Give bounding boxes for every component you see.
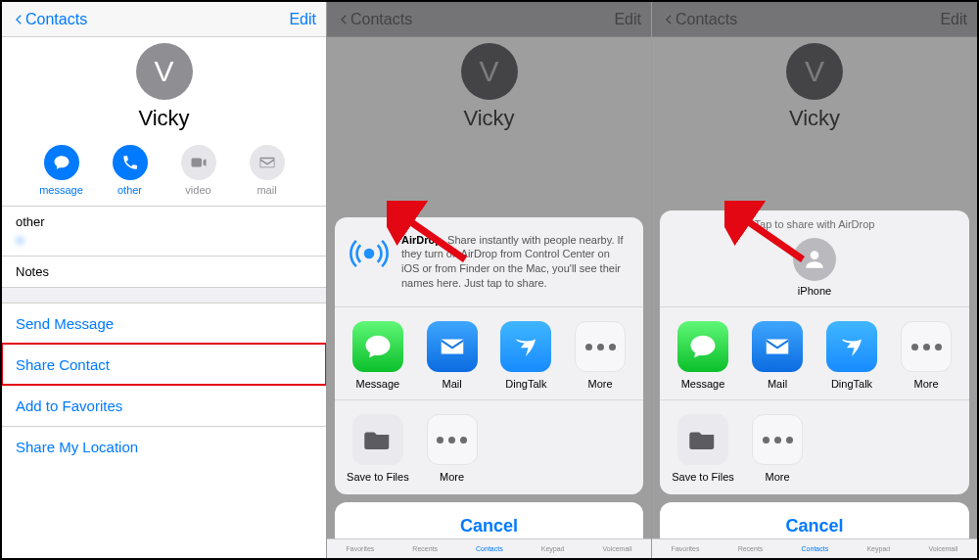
folder-icon — [352, 414, 403, 465]
panel-share-sheet-recipient: Contacts Edit V Vicky Tap to share with … — [652, 2, 977, 558]
message-icon — [352, 321, 403, 372]
action-label: video — [185, 184, 210, 196]
back-button[interactable]: Contacts — [12, 11, 87, 28]
share-sheet-card: AirDrop. Share instantly with people nea… — [335, 217, 643, 494]
share-action-save-files[interactable]: Save to Files — [672, 414, 734, 483]
share-app-more[interactable]: More — [569, 321, 631, 390]
back-label: Contacts — [25, 11, 87, 28]
share-contact-link[interactable]: Share Contact — [2, 344, 326, 385]
quick-action-row: message other video mail — [2, 145, 326, 206]
mail-action[interactable]: mail — [244, 145, 291, 196]
share-sheet: AirDrop. Share instantly with people nea… — [335, 217, 643, 550]
airdrop-recipient[interactable]: iPhone — [660, 234, 969, 307]
tab-favorites[interactable]: Favorites — [672, 545, 700, 552]
app-label: More — [440, 471, 464, 483]
dingtalk-icon — [826, 321, 877, 372]
share-app-dingtalk[interactable]: DingTalk — [494, 321, 557, 390]
app-label: More — [588, 378, 613, 390]
app-label: Save to Files — [672, 471, 734, 483]
avatar: V — [136, 43, 193, 100]
app-label: Save to Files — [347, 471, 409, 483]
share-sheet-card: Tap to share with AirDrop iPhone Message… — [660, 210, 969, 494]
share-app-mail[interactable]: Mail — [746, 321, 809, 390]
tab-recents[interactable]: Recents — [738, 545, 764, 552]
video-action[interactable]: video — [175, 145, 222, 196]
tab-bar: Favorites Recents Contacts Keypad Voicem… — [327, 538, 651, 558]
send-message-link[interactable]: Send Message — [2, 303, 326, 344]
share-sheet: Tap to share with AirDrop iPhone Message… — [660, 210, 969, 550]
action-label: other — [117, 184, 142, 196]
mail-icon — [250, 145, 285, 180]
app-label: Message — [681, 378, 725, 390]
folder-icon — [677, 414, 728, 465]
share-app-more[interactable]: More — [895, 321, 957, 390]
share-actions-row: Save to Files More . . — [335, 400, 643, 494]
more-icon — [901, 321, 952, 372]
tab-contacts[interactable]: Contacts — [802, 545, 829, 552]
app-label: DingTalk — [831, 378, 872, 390]
share-my-location-link[interactable]: Share My Location — [2, 426, 326, 467]
tab-favorites[interactable]: Favorites — [347, 545, 375, 552]
share-apps-row: Message Mail DingTalk More — [660, 307, 969, 400]
airdrop-info-row[interactable]: AirDrop. Share instantly with people nea… — [335, 217, 643, 307]
person-icon — [793, 238, 836, 281]
phone-section[interactable]: other + — [2, 206, 326, 256]
app-label: Message — [356, 378, 400, 390]
phone-number: + — [16, 231, 312, 248]
airdrop-icon — [349, 233, 390, 274]
action-label: message — [39, 184, 83, 196]
notes-section[interactable]: Notes — [2, 256, 326, 287]
panel-contact-detail: Contacts Edit V Vicky message other vide… — [2, 2, 327, 558]
share-apps-row: Message Mail DingTalk More — [335, 307, 643, 400]
airdrop-title: AirDrop — [401, 234, 442, 246]
tab-voicemail[interactable]: Voicemail — [603, 545, 632, 552]
phone-label: other — [16, 214, 312, 229]
tab-voicemail[interactable]: Voicemail — [928, 545, 957, 552]
more-icon — [575, 321, 626, 372]
share-action-more[interactable]: More — [421, 414, 484, 483]
add-to-favorites-link[interactable]: Add to Favorites — [2, 385, 326, 426]
navbar: Contacts Edit — [2, 2, 326, 37]
message-icon — [677, 321, 728, 372]
chevron-left-icon — [12, 11, 25, 28]
edit-button[interactable]: Edit — [289, 11, 316, 28]
share-action-save-files[interactable]: Save to Files — [347, 414, 409, 483]
svg-point-0 — [364, 248, 375, 258]
video-icon — [181, 145, 216, 180]
tab-bar: Favorites Recents Contacts Keypad Voicem… — [652, 538, 977, 558]
dingtalk-icon — [500, 321, 551, 372]
mail-icon — [427, 321, 478, 372]
share-action-more[interactable]: More — [746, 414, 809, 483]
call-action[interactable]: other — [107, 145, 154, 196]
notes-label: Notes — [16, 264, 312, 279]
message-icon — [44, 145, 79, 180]
app-label: Mail — [768, 378, 787, 390]
share-app-mail[interactable]: Mail — [421, 321, 484, 390]
section-spacer — [2, 287, 326, 303]
message-action[interactable]: message — [38, 145, 85, 196]
phone-icon — [113, 145, 148, 180]
share-app-message[interactable]: Message — [347, 321, 409, 390]
mail-icon — [752, 321, 803, 372]
app-label: More — [913, 378, 938, 390]
tab-recents[interactable]: Recents — [412, 545, 438, 552]
more-icon — [752, 414, 803, 465]
share-actions-row: Save to Files More . . — [660, 400, 969, 494]
panel-share-sheet-airdrop: Contacts Edit V Vicky AirDrop. Share ins… — [327, 2, 652, 558]
recipient-label: iPhone — [660, 285, 969, 297]
app-label: DingTalk — [505, 378, 546, 390]
action-label: mail — [256, 184, 276, 196]
contact-name: Vicky — [2, 106, 326, 131]
airdrop-text: AirDrop. Share instantly with people nea… — [401, 233, 629, 291]
tab-contacts[interactable]: Contacts — [476, 545, 503, 552]
app-label: Mail — [443, 378, 462, 390]
airdrop-tap-title: Tap to share with AirDrop — [660, 210, 969, 234]
three-panel-frame: Contacts Edit V Vicky message other vide… — [0, 0, 979, 560]
contact-header: V Vicky — [2, 37, 326, 135]
tab-keypad[interactable]: Keypad — [866, 545, 890, 552]
share-app-dingtalk[interactable]: DingTalk — [820, 321, 883, 390]
more-icon — [427, 414, 478, 465]
share-app-message[interactable]: Message — [672, 321, 734, 390]
tab-keypad[interactable]: Keypad — [541, 545, 565, 552]
app-label: More — [765, 471, 789, 483]
